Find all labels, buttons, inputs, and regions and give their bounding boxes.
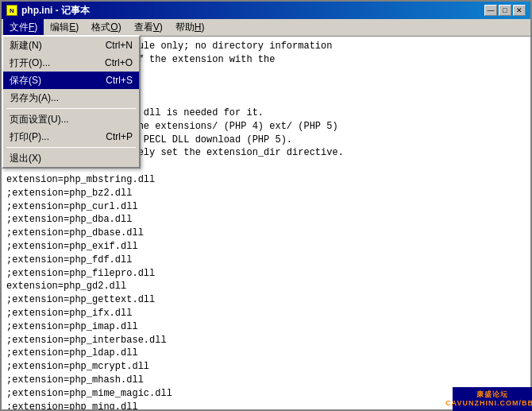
main-window: N php.ini - 记事本 — □ ✕ 文件F) 编辑E) 格式O) 查看V… [0, 0, 532, 411]
menu-print-label: 打印(P)... [10, 130, 49, 144]
menu-new[interactable]: 新建(N) Ctrl+N [3, 37, 139, 54]
menu-open-shortcut: Ctrl+O [105, 57, 133, 68]
separator-1 [6, 108, 136, 109]
menu-print-shortcut: Ctrl+P [106, 131, 133, 142]
watermark-line2: CAVUNZHINI.COM/BBS [445, 399, 532, 408]
menu-save-shortcut: Ctrl+S [106, 75, 133, 86]
menu-format-label: 格式O) [91, 21, 121, 33]
menu-exit[interactable]: 退出(X) [3, 149, 139, 167]
menu-page-setup[interactable]: 页面设置(U)... [3, 111, 139, 128]
watermark-line1: 康盛论坛 [445, 390, 532, 399]
menu-file[interactable]: 文件F) [3, 19, 44, 36]
watermark: 康盛论坛 CAVUNZHINI.COM/BBS [453, 387, 532, 411]
app-icon: N [6, 5, 17, 16]
minimize-button[interactable]: — [484, 5, 497, 16]
menu-edit-label: 编辑E) [50, 21, 79, 33]
menu-help[interactable]: 帮助H) [169, 19, 211, 36]
menu-save-as-label: 另存为(A)... [10, 91, 59, 105]
menu-view-label: 查看V) [134, 21, 163, 33]
title-bar-left: N php.ini - 记事本 [6, 4, 90, 17]
menu-new-shortcut: Ctrl+N [106, 40, 133, 51]
title-bar: N php.ini - 记事本 — □ ✕ [2, 2, 530, 19]
menu-save-as[interactable]: 另存为(A)... [3, 89, 139, 107]
menu-edit[interactable]: 编辑E) [44, 19, 85, 36]
menu-exit-label: 退出(X) [10, 152, 41, 165]
title-controls: — □ ✕ [484, 5, 526, 16]
menu-new-label: 新建(N) [10, 39, 42, 52]
close-button[interactable]: ✕ [513, 5, 526, 16]
menu-save[interactable]: 保存(S) Ctrl+S [3, 72, 139, 89]
file-dropdown-menu: 新建(N) Ctrl+N 打开(O)... Ctrl+O 保存(S) Ctrl+… [2, 35, 141, 169]
menu-format[interactable]: 格式O) [85, 19, 127, 36]
menu-open-label: 打开(O)... [10, 56, 50, 70]
watermark-text: 康盛论坛 CAVUNZHINI.COM/BBS [445, 390, 532, 408]
menu-save-label: 保存(S) [10, 74, 41, 87]
menu-open[interactable]: 打开(O)... Ctrl+O [3, 54, 139, 72]
maximize-button[interactable]: □ [499, 5, 511, 16]
separator-2 [6, 147, 136, 148]
menu-help-label: 帮助H) [175, 21, 205, 33]
menu-bar: 文件F) 编辑E) 格式O) 查看V) 帮助H) [2, 19, 530, 37]
menu-print[interactable]: 打印(P)... Ctrl+P [3, 128, 139, 145]
menu-file-label: 文件F) [10, 21, 37, 33]
menu-view[interactable]: 查看V) [128, 19, 169, 36]
menu-page-setup-label: 页面设置(U)... [10, 113, 69, 126]
window-title: php.ini - 记事本 [21, 4, 90, 17]
